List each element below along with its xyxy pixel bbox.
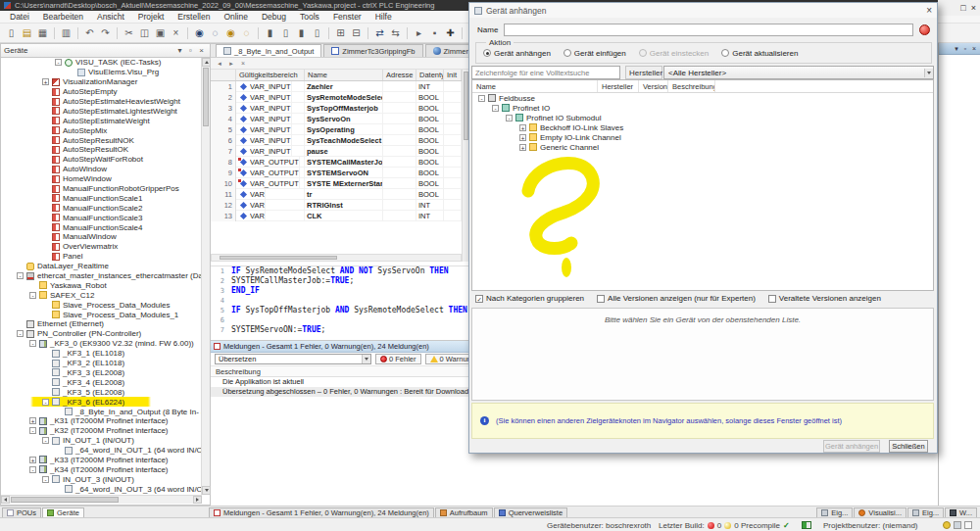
prev-bookmark-icon[interactable]: ▮ <box>294 25 309 40</box>
pin-icon[interactable]: ▫ <box>185 45 196 56</box>
view-tab[interactable]: Eig... <box>907 507 944 518</box>
logout-icon[interactable]: ⇆ <box>388 25 403 40</box>
dropdown-icon[interactable]: ▾ <box>174 45 185 56</box>
find-icon[interactable]: ◉ <box>192 25 207 40</box>
device-tree-item[interactable]: Ethernet (Ethernet) <box>1 319 202 329</box>
tree-expander-icon[interactable] <box>42 399 49 406</box>
replace-icon[interactable]: ◌ <box>208 25 222 40</box>
rebuild-icon[interactable]: ⊟ <box>349 25 364 40</box>
paste-icon[interactable]: ▣ <box>153 25 168 40</box>
tray-icon[interactable] <box>964 521 972 529</box>
device-tree-item[interactable]: AutoWindow <box>1 165 202 174</box>
redo-icon[interactable]: ↷ <box>98 25 113 40</box>
device-tree-item[interactable]: VISU_TASK (IEC-Tasks) <box>1 58 202 68</box>
column-header[interactable]: Datentyp <box>416 70 444 80</box>
delete-icon[interactable]: × <box>169 25 183 40</box>
show-outdated-versions-checkbox[interactable]: Veraltete Versionen anzeigen <box>768 294 881 303</box>
device-tree-item[interactable]: AutoStepWaitForRobot <box>1 155 202 165</box>
copy-icon[interactable]: ◫ <box>137 25 152 40</box>
scroll-down-icon[interactable] <box>202 486 211 495</box>
insert-icon[interactable]: ▸ <box>226 59 236 69</box>
variable-row[interactable]: 13 VAR CLK INT <box>211 211 462 221</box>
device-tree-item[interactable]: ManualFunctionRobotGripperPos <box>1 184 202 194</box>
separator[interactable] <box>54 27 55 39</box>
column-header[interactable]: Name <box>472 80 598 92</box>
radio-update-device[interactable]: Gerät aktualisieren <box>721 49 798 58</box>
device-tree-item[interactable]: AutoStepEmpty <box>1 87 202 97</box>
tree-expander-icon[interactable] <box>478 95 485 102</box>
device-name-input[interactable] <box>504 24 913 36</box>
device-tree-item[interactable]: AutoStepMix <box>1 125 202 135</box>
editor-tab[interactable]: ZimmerTc3GrippingFb <box>323 44 422 57</box>
device-tree-item[interactable]: _K34 (IT2000M Profinet interface) <box>1 464 202 474</box>
table-horizontal-scrollbar[interactable] <box>211 254 462 262</box>
device-tree-item[interactable]: HomeWindow <box>1 174 202 184</box>
pin-icon[interactable]: ▫ <box>961 45 969 53</box>
device-tree-item[interactable]: IN_OUT_1 (IN/OUT) <box>1 436 202 446</box>
replace-in-project-icon[interactable]: ◌ <box>239 25 254 40</box>
device-tree-item[interactable]: AutoStepResultOK <box>1 145 202 155</box>
column-header[interactable]: Beschreibung <box>668 80 715 92</box>
menu-item[interactable]: Fenster <box>326 11 368 24</box>
restore-window-icon[interactable]: □ <box>960 3 965 13</box>
radio-insert-device[interactable]: Gerät einfügen <box>564 49 626 58</box>
tree-vertical-scrollbar[interactable] <box>201 58 210 495</box>
separator[interactable] <box>258 27 259 39</box>
catalog-tree-item[interactable]: Beckhoff IO-Link Slaves <box>472 122 933 132</box>
chevron-down-icon[interactable] <box>924 69 933 77</box>
view-tab[interactable]: POUs <box>2 507 41 518</box>
view-tab[interactable]: Querverweisliste <box>494 507 567 518</box>
separator[interactable] <box>328 27 329 39</box>
separator[interactable] <box>77 27 78 39</box>
device-tree-item[interactable]: _KF3_2 (EL1018) <box>1 359 202 368</box>
device-tree-item[interactable]: DataLayer_Realtime <box>1 262 202 271</box>
device-tree-item[interactable]: Yaskawa_Robot <box>1 280 202 290</box>
device-tree-item[interactable]: ManualFunctionScale2 <box>1 203 202 213</box>
separator[interactable] <box>187 27 188 39</box>
variable-row[interactable]: 12 VAR RTRIGInst INT <box>211 200 462 211</box>
device-tree-item[interactable]: _KF3_0 (EK9300 V2.32 (mind. FW 6.00)) <box>1 339 202 349</box>
stop-icon[interactable]: ▪ <box>427 25 442 40</box>
scroll-right-icon[interactable] <box>193 496 202 504</box>
tree-expander-icon[interactable] <box>42 437 49 444</box>
device-tree-item[interactable]: _K31 (IT2000M Profinet interface) <box>1 416 202 426</box>
catalog-tree-item[interactable]: Profinet IO <box>472 103 933 113</box>
delete-icon[interactable]: × <box>238 59 248 69</box>
dropdown-icon[interactable]: ▾ <box>953 45 960 53</box>
safety-icon[interactable] <box>943 521 951 529</box>
separator[interactable] <box>462 27 463 39</box>
device-tree-item[interactable]: _KF3_1 (EL1018) <box>1 349 202 359</box>
message-category-dropdown[interactable]: Übersetzen <box>215 354 371 364</box>
tree-expander-icon[interactable] <box>29 340 36 347</box>
column-header[interactable]: Adresse <box>383 70 416 80</box>
device-tree-item[interactable]: AutoStepResultNOK <box>1 135 202 145</box>
device-tree-item[interactable]: _KF3_3 (EL2008) <box>1 368 202 378</box>
variable-row[interactable]: 11 VAR tr BOOL <box>211 189 462 200</box>
undo-icon[interactable]: ↶ <box>82 25 97 40</box>
device-tree-item[interactable]: Slave_Process_Data_Modules <box>1 300 202 310</box>
scrollbar-thumb[interactable] <box>11 497 119 503</box>
column-header[interactable]: Init <box>444 70 462 80</box>
fulltext-search-input[interactable] <box>471 66 620 79</box>
scroll-left-icon[interactable] <box>1 496 10 504</box>
device-tree-item[interactable]: VisualizationManager <box>1 77 202 87</box>
find-in-project-icon[interactable]: ◉ <box>223 25 238 40</box>
device-tree-item[interactable]: _64_word_IN_OUT_3 (64 word IN/OUT) <box>1 484 202 494</box>
variable-row[interactable]: 2 VAR_INPUT SysRemoteModeSelect BOOL <box>211 92 462 103</box>
view-tab[interactable]: Visualisi... <box>854 507 906 518</box>
tree-expander-icon[interactable] <box>29 427 36 434</box>
device-tree-item[interactable]: AutoStepEstimateHeaviestWeight <box>1 97 202 107</box>
menu-item[interactable]: Datei <box>3 11 36 24</box>
clear-bookmarks-icon[interactable]: ▯ <box>310 25 324 40</box>
device-tree-item[interactable]: VisuElems.Visu_Prg <box>1 68 202 77</box>
open-project-icon[interactable]: ▤ <box>20 25 34 40</box>
separator[interactable] <box>407 27 408 39</box>
menu-item[interactable]: Projekt <box>131 11 171 24</box>
variable-row[interactable]: 5 VAR_INPUT SysOperating BOOL <box>211 124 462 135</box>
scrollbar-thumb[interactable] <box>220 256 337 260</box>
variable-row[interactable]: 9 VAR_OUTPUT SYSTEMServoON BOOL <box>211 168 462 178</box>
tree-expander-icon[interactable] <box>17 330 24 337</box>
catalog-tree-item[interactable]: Feldbusse <box>472 93 933 103</box>
device-tree-item[interactable]: _K32 (IT2000M Profinet interface) <box>1 426 202 436</box>
device-tree-item[interactable]: OverViewmatrix <box>1 242 202 252</box>
